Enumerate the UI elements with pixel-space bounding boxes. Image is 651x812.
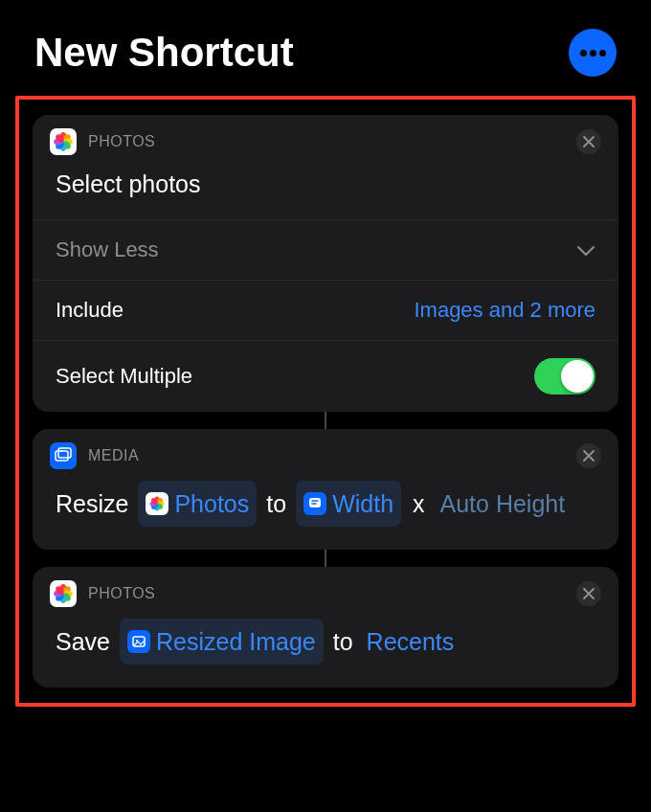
- to-text: to: [333, 620, 353, 663]
- action-card-save: PHOTOS Save Resized Image to Recents: [33, 567, 618, 688]
- card-header: PHOTOS: [33, 115, 618, 163]
- close-icon: [583, 450, 595, 462]
- select-multiple-row: Select Multiple: [33, 340, 618, 412]
- svg-rect-3: [309, 498, 321, 508]
- action-description: Resize Photos to: [33, 477, 618, 550]
- token-label: Width: [332, 483, 393, 525]
- input-variable-photos[interactable]: Photos: [138, 481, 257, 527]
- include-value[interactable]: Images and 2 more: [414, 298, 595, 323]
- photos-app-icon: [50, 580, 77, 607]
- token-label: Recents: [367, 620, 455, 663]
- token-label: Photos: [174, 483, 249, 525]
- card-header: MEDIA: [33, 429, 618, 477]
- dimension-separator: x: [411, 483, 427, 525]
- token-label: Auto Height: [440, 483, 566, 525]
- ellipsis-icon: [580, 50, 606, 56]
- svg-rect-0: [56, 451, 68, 461]
- actions-container: PHOTOS Select photos Show Less Include I…: [15, 96, 636, 707]
- include-row[interactable]: Include Images and 2 more: [33, 280, 618, 340]
- action-card-select-photos: PHOTOS Select photos Show Less Include I…: [33, 115, 618, 412]
- resize-verb: Resize: [56, 483, 128, 525]
- select-multiple-label: Select Multiple: [56, 364, 192, 389]
- token-label: Resized Image: [156, 620, 316, 663]
- page-title: New Shortcut: [34, 30, 294, 76]
- remove-action-button[interactable]: [576, 129, 601, 154]
- select-multiple-toggle[interactable]: [534, 358, 595, 395]
- remove-action-button[interactable]: [576, 443, 601, 468]
- action-card-resize: MEDIA Resize: [33, 429, 618, 550]
- to-text: to: [266, 483, 286, 525]
- toggle-knob: [561, 360, 594, 393]
- width-variable[interactable]: Width: [296, 481, 401, 527]
- action-description: Save Resized Image to Recents: [33, 615, 618, 688]
- image-icon: [127, 630, 150, 653]
- show-less-label: Show Less: [56, 237, 159, 262]
- chevron-down-icon: [576, 237, 595, 262]
- app-name-label: PHOTOS: [88, 133, 155, 150]
- media-app-icon: [50, 442, 77, 469]
- show-less-row[interactable]: Show Less: [33, 219, 618, 280]
- app-name-label: PHOTOS: [88, 585, 155, 602]
- card-header: PHOTOS: [33, 567, 618, 615]
- remove-action-button[interactable]: [576, 581, 601, 606]
- action-title: Select photos: [33, 163, 618, 219]
- close-icon: [583, 588, 595, 599]
- input-variable-resized[interactable]: Resized Image: [120, 619, 324, 665]
- more-options-button[interactable]: [569, 29, 617, 77]
- connector-line: [325, 550, 326, 567]
- close-icon: [583, 136, 595, 147]
- include-label: Include: [56, 298, 123, 323]
- height-variable[interactable]: Auto Height: [437, 481, 570, 527]
- photos-icon: [146, 492, 168, 515]
- save-verb: Save: [56, 620, 110, 663]
- header: New Shortcut: [0, 0, 651, 96]
- app-name-label: MEDIA: [88, 447, 139, 464]
- photos-app-icon: [50, 128, 77, 155]
- ask-icon: [303, 492, 326, 515]
- album-variable[interactable]: Recents: [363, 619, 459, 665]
- svg-rect-1: [58, 448, 71, 458]
- svg-point-2: [60, 450, 62, 452]
- connector-line: [325, 412, 326, 429]
